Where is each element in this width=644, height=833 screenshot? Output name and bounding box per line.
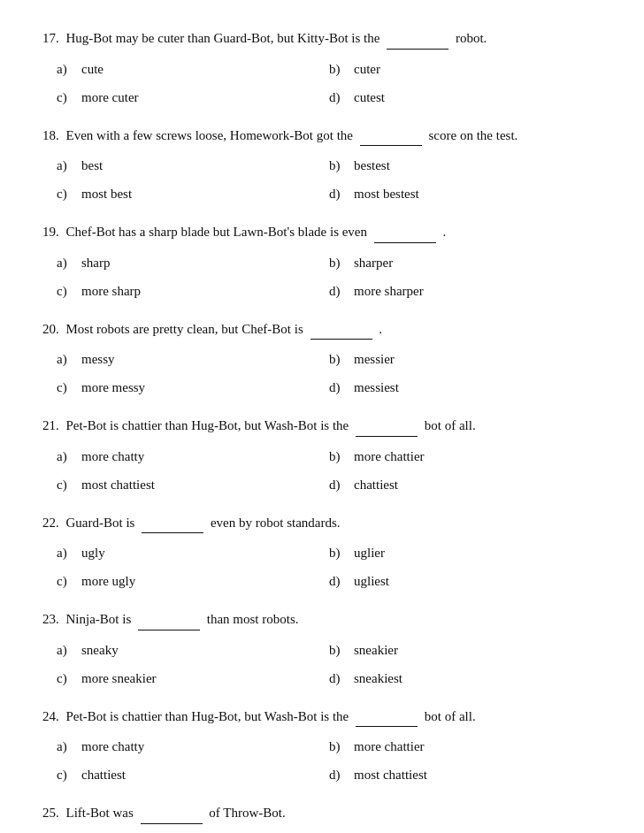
question-number-24: 24. — [42, 709, 59, 723]
option-text-17-1: cuter — [354, 58, 380, 80]
option-text-22-0: ugly — [81, 542, 105, 563]
question-block-24: 24. Pet-Bot is chattier than Hug-Bot, bu… — [42, 707, 602, 788]
question-block-19: 19. Chef-Bot has a sharp blade but Lawn-… — [42, 222, 602, 303]
option-label-18-3: d) — [329, 183, 349, 204]
option-text-21-0: more chatty — [81, 446, 144, 467]
option-label-22-1: b) — [329, 542, 349, 563]
option-label-17-3: d) — [329, 87, 349, 108]
option-label-20-3: d) — [329, 377, 349, 398]
question-text-25: 25. Lift-Bot was of Throw-Bot. — [42, 803, 602, 824]
options-grid-19: a)sharpb)sharperc)more sharpd)more sharp… — [57, 250, 602, 303]
options-grid-22: a)uglyb)uglierc)more uglyd)ugliest — [57, 540, 602, 593]
option-text-23-2: more sneakier — [81, 668, 157, 689]
option-text-21-1: more chattier — [354, 446, 425, 467]
option-17-c: c)more cuter — [57, 85, 329, 110]
option-text-23-0: sneaky — [81, 639, 119, 661]
question-number-20: 20. — [42, 322, 59, 336]
option-label-17-1: b) — [329, 58, 349, 80]
option-label-20-1: b) — [329, 348, 349, 370]
option-23-c: c)more sneakier — [57, 666, 329, 691]
option-text-22-1: uglier — [354, 542, 385, 563]
question-text-20: 20. Most robots are pretty clean, but Ch… — [42, 319, 602, 340]
question-before-25: Lift-Bot was — [63, 806, 137, 820]
option-text-18-0: best — [81, 155, 103, 176]
question-number-25: 25. — [42, 806, 59, 820]
question-blank-25 — [141, 803, 203, 824]
question-text-23: 23. Ninja-Bot is than most robots. — [42, 609, 602, 630]
option-label-20-2: c) — [57, 377, 76, 398]
question-text-19: 19. Chef-Bot has a sharp blade but Lawn-… — [42, 222, 602, 243]
option-label-18-1: b) — [329, 155, 349, 176]
option-text-22-3: ugliest — [354, 570, 389, 592]
option-text-24-0: more chatty — [81, 736, 144, 757]
option-22-b: b)uglier — [329, 540, 602, 565]
option-label-21-3: d) — [329, 474, 349, 495]
option-label-19-2: c) — [57, 280, 76, 302]
option-text-22-2: more ugly — [81, 570, 135, 592]
question-text-18: 18. Even with a few screws loose, Homewo… — [42, 126, 602, 147]
options-grid-17: a)cuteb)cuterc)more cuterd)cutest — [57, 57, 602, 110]
question-block-21: 21. Pet-Bot is chattier than Hug-Bot, bu… — [42, 416, 602, 497]
quiz-container: 17. Hug-Bot may be cuter than Guard-Bot,… — [42, 28, 602, 833]
question-blank-18 — [360, 126, 422, 147]
question-number-17: 17. — [42, 31, 59, 45]
option-text-19-0: sharp — [81, 252, 111, 273]
option-19-d: d)more sharper — [329, 279, 602, 303]
option-label-19-3: d) — [329, 280, 349, 302]
option-24-c: c)chattiest — [57, 762, 329, 787]
option-label-23-1: b) — [329, 639, 349, 661]
question-suffix-17: robot. — [452, 31, 487, 45]
question-blank-17 — [387, 28, 448, 50]
option-20-a: a)messy — [57, 347, 329, 371]
question-block-18: 18. Even with a few screws loose, Homewo… — [42, 126, 602, 207]
option-text-23-3: sneakiest — [354, 668, 402, 689]
question-suffix-23: than most robots. — [203, 612, 299, 626]
option-text-21-2: most chattiest — [81, 474, 155, 495]
option-24-d: d)most chattiest — [329, 762, 602, 787]
option-text-18-1: bestest — [354, 155, 390, 176]
option-21-d: d)chattiest — [329, 472, 602, 497]
question-before-22: Guard-Bot is — [63, 516, 138, 530]
option-label-17-2: c) — [57, 87, 76, 108]
question-suffix-19: . — [440, 225, 447, 239]
option-19-b: b)sharper — [329, 250, 602, 275]
question-suffix-22: even by robot standards. — [207, 516, 340, 530]
question-blank-24 — [356, 707, 418, 728]
option-text-17-0: cute — [81, 58, 104, 80]
option-24-b: b)more chattier — [329, 734, 602, 759]
option-text-20-2: more messy — [81, 377, 145, 398]
options-grid-18: a)bestb)bestestc)most bestd)most bestest — [57, 153, 602, 206]
option-text-23-1: sneakier — [354, 639, 398, 661]
option-text-17-3: cutest — [354, 87, 385, 108]
option-22-c: c)more ugly — [57, 569, 329, 593]
question-suffix-25: of Throw-Bot. — [206, 806, 286, 820]
question-blank-19 — [374, 222, 436, 243]
question-text-17: 17. Hug-Bot may be cuter than Guard-Bot,… — [42, 28, 602, 50]
option-17-d: d)cutest — [329, 85, 602, 110]
option-23-a: a)sneaky — [57, 638, 329, 662]
options-grid-20: a)messyb)messierc)more messyd)messiest — [57, 347, 602, 400]
question-number-19: 19. — [42, 225, 59, 239]
option-text-24-1: more chattier — [354, 736, 425, 757]
option-22-a: a)ugly — [57, 540, 329, 565]
question-number-21: 21. — [42, 418, 59, 432]
question-before-18: Even with a few screws loose, Homework-B… — [63, 128, 356, 142]
option-text-24-2: chattiest — [81, 764, 126, 785]
options-grid-24: a)more chattyb)more chattierc)chattiestd… — [57, 734, 602, 787]
option-22-d: d)ugliest — [329, 569, 602, 593]
question-number-23: 23. — [42, 612, 59, 626]
question-suffix-18: score on the test. — [426, 128, 518, 142]
option-label-23-2: c) — [57, 668, 76, 689]
option-19-a: a)sharp — [57, 250, 329, 275]
option-label-20-0: a) — [57, 348, 76, 370]
question-block-20: 20. Most robots are pretty clean, but Ch… — [42, 319, 602, 401]
option-text-20-1: messier — [354, 348, 395, 370]
options-grid-21: a)more chattyb)more chattierc)most chatt… — [57, 444, 602, 497]
question-before-23: Ninja-Bot is — [63, 612, 134, 626]
options-grid-23: a)sneakyb)sneakierc)more sneakierd)sneak… — [57, 638, 602, 691]
option-label-22-3: d) — [329, 570, 349, 592]
option-18-c: c)most best — [57, 181, 329, 206]
option-23-d: d)sneakiest — [329, 666, 602, 691]
option-23-b: b)sneakier — [329, 638, 602, 662]
question-block-22: 22. Guard-Bot is even by robot standards… — [42, 513, 602, 594]
